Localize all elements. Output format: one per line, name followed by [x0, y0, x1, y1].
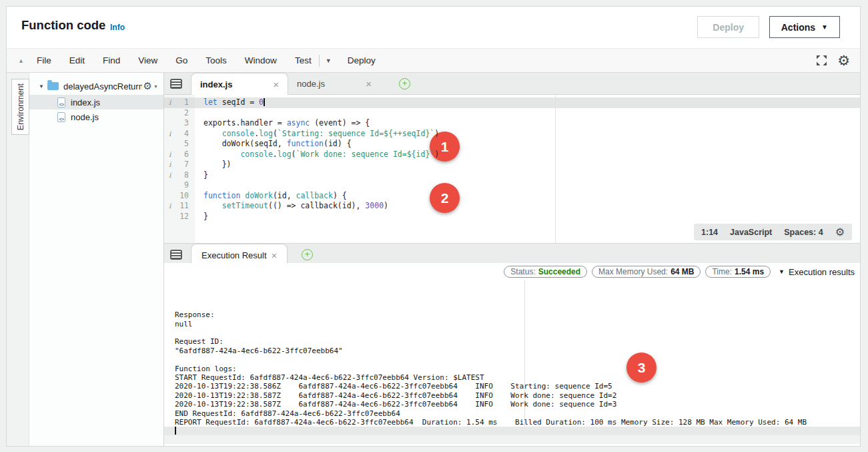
info-annotation-icon[interactable]: i: [169, 170, 171, 181]
code-token: console: [222, 129, 254, 138]
collapse-up-icon[interactable]: ▲: [18, 57, 24, 64]
tree-settings-button[interactable]: ⚙ ▼: [143, 80, 158, 92]
ide-settings-gear-icon[interactable]: ⚙: [837, 53, 850, 69]
output-line: 2020-10-13T19:22:38.586Z 6afdf887-424a-4…: [164, 382, 860, 391]
code-token: async: [287, 118, 310, 128]
close-tab-icon[interactable]: ×: [273, 79, 279, 90]
line-number: 10: [179, 191, 189, 200]
output-scrollbar-track[interactable]: [164, 435, 860, 444]
pill-value: Succeeded: [538, 267, 580, 276]
code-token: ) {: [333, 191, 347, 200]
code-token: `Work done: sequence Id=${id}`: [296, 150, 435, 159]
close-tab-icon[interactable]: ×: [272, 250, 278, 261]
folder-disclosure-icon[interactable]: ▼: [39, 83, 44, 89]
lambda-function-code-screen: Function code Info Deploy Actions ▼ ▲ Fi…: [0, 0, 868, 452]
editor-tabbar: index.js×node.js× +: [164, 73, 860, 95]
tree-item-index-js[interactable]: <>index.js: [29, 95, 163, 109]
status-pill: Max Memory Used:64 MB: [592, 266, 701, 278]
tree-file-list: <>index.js<>node.js: [29, 95, 163, 124]
code-token: [203, 201, 222, 210]
code-token: log: [259, 129, 273, 138]
code-token: (id,: [273, 191, 296, 200]
code-token: ): [434, 150, 439, 159]
pill-label: Time:: [712, 267, 732, 276]
tree-gear-icon: ⚙: [143, 80, 152, 92]
code-line: let seqId = 0: [195, 97, 860, 108]
cursor-position: 1:14: [701, 228, 718, 237]
tab-node-js[interactable]: node.js×: [288, 73, 380, 95]
output-line: "6afdf887-424a-4ec6-b622-3ffc07eebb64": [164, 347, 860, 355]
file-name: node.js: [71, 112, 99, 122]
menu-item-deploy[interactable]: Deploy: [348, 55, 376, 65]
javascript-file-icon: <>: [57, 97, 65, 107]
tree-folder-row[interactable]: ▼ delayedAsyncReturn ⚙ ▼: [29, 79, 163, 93]
code-token: (() => callback(id),: [268, 201, 365, 210]
code-token: doWork: [245, 191, 273, 200]
output-line: Request ID:: [164, 337, 860, 346]
code-token: `Starting: sequence Id=${++seqId}`: [278, 129, 434, 138]
chevron-down-icon: ▼: [779, 268, 785, 275]
menu-item-go[interactable]: Go: [175, 55, 187, 65]
info-annotation-icon[interactable]: i: [169, 150, 171, 160]
add-tab-icon[interactable]: +: [399, 78, 410, 89]
execution-output[interactable]: Response:null Request ID:"6afdf887-424a-…: [164, 280, 860, 432]
info-annotation-icon[interactable]: i: [169, 160, 171, 170]
deploy-button[interactable]: Deploy: [697, 16, 759, 38]
menu-item-tools[interactable]: Tools: [205, 55, 227, 65]
tab-list-icon[interactable]: [170, 79, 182, 89]
code-token: }: [203, 212, 208, 221]
gutter-line: i11: [164, 201, 195, 212]
gutter-line: 9: [164, 180, 195, 191]
page-title: Function code: [21, 18, 105, 33]
tree-item-node-js[interactable]: <>node.js: [29, 109, 163, 124]
code-token: let: [203, 97, 218, 107]
menu-item-window[interactable]: Window: [245, 55, 277, 65]
line-number: 5: [184, 139, 189, 148]
folder-icon: [47, 82, 59, 90]
close-tab-icon[interactable]: ×: [366, 78, 372, 89]
line-number: 2: [184, 108, 189, 118]
execution-results-toggle[interactable]: ▼ Execution results: [779, 267, 855, 277]
gutter-line: i7: [164, 160, 195, 170]
code-editor[interactable]: i123i45i6i7i8910i1112 let seqId = 0 expo…: [164, 95, 860, 243]
javascript-file-icon: <>: [57, 112, 65, 122]
code-token: [203, 129, 222, 138]
code-line: }: [195, 170, 860, 181]
menu-item-view[interactable]: View: [138, 55, 157, 65]
editor-tabs: index.js×node.js×: [191, 73, 380, 95]
code-line: }): [195, 160, 860, 170]
menu-item-find[interactable]: Find: [103, 55, 120, 65]
code-token: callback: [296, 191, 333, 200]
menu-separator: [319, 55, 320, 67]
editor-settings-gear-icon[interactable]: ⚙: [835, 226, 845, 238]
test-dropdown-icon[interactable]: ▼: [326, 57, 332, 64]
menu-item-edit[interactable]: Edit: [69, 55, 85, 65]
text-cursor: [175, 427, 176, 435]
file-name: index.js: [71, 97, 100, 107]
menubar-right: ⚙: [816, 49, 850, 72]
indent-setting[interactable]: Spaces: 4: [784, 228, 823, 237]
info-annotation-icon[interactable]: i: [169, 201, 171, 212]
add-result-tab-icon[interactable]: +: [302, 249, 313, 260]
code-line: setTimeout(() => callback(id), 3000): [195, 201, 860, 212]
line-number: 4: [184, 129, 189, 138]
info-annotation-icon[interactable]: i: [169, 97, 171, 108]
result-tab-list-icon[interactable]: [170, 250, 182, 260]
code-token: function: [287, 139, 324, 148]
actions-button-label: Actions: [781, 22, 815, 33]
code-token: doWork(seqId,: [203, 139, 287, 148]
menu-item-file[interactable]: File: [37, 55, 51, 65]
code-line: doWork(seqId, function(id) {: [195, 139, 860, 150]
language-mode[interactable]: JavaScript: [730, 228, 772, 237]
fullscreen-icon[interactable]: [816, 55, 827, 66]
tab-index-js[interactable]: index.js×: [191, 73, 288, 95]
code-content[interactable]: let seqId = 0 exports.handler = async (e…: [195, 95, 860, 243]
info-annotation-icon[interactable]: i: [169, 129, 171, 140]
menu-item-test[interactable]: Test: [295, 55, 312, 65]
code-line: exports.handler = async (event) => {: [195, 118, 860, 129]
info-link[interactable]: Info: [110, 23, 125, 32]
pill-value: 1.54 ms: [735, 267, 764, 276]
environment-tab[interactable]: Environment: [11, 79, 29, 135]
actions-button[interactable]: Actions ▼: [769, 16, 840, 38]
code-token: (event) => {: [310, 118, 370, 128]
